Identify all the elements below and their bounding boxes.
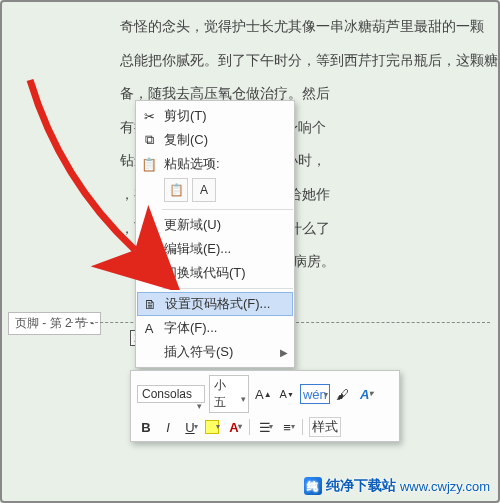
grow-font-button[interactable]: A▲ [253, 384, 274, 404]
watermark: 纯 纯净下载站 www.cwjzy.com [304, 477, 490, 495]
shrink-font-button[interactable]: A▼ [278, 384, 296, 404]
menu-cut[interactable]: ✂ 剪切(T) [136, 104, 294, 128]
watermark-url: www.cwjzy.com [400, 479, 490, 494]
underline-button[interactable]: U [181, 417, 199, 437]
font-size-select[interactable]: 小五 [209, 375, 249, 413]
body-line: 总能把你腻死。到了下午时分，等到西芹打完吊瓶后，这颗糖 [120, 44, 480, 78]
menu-label: 字体(F)... [164, 319, 217, 337]
menu-separator [162, 209, 293, 210]
font-a-icon: A [140, 320, 158, 336]
watermark-logo-icon: 纯 [304, 477, 322, 495]
paste-keep-source-button[interactable]: 📋 [164, 178, 188, 202]
font-color-button[interactable]: A [225, 417, 243, 437]
menu-edit-field[interactable]: 编辑域(E)... [136, 237, 294, 261]
menu-label: 更新域(U) [164, 216, 221, 234]
styles-quick-button[interactable]: A [356, 384, 374, 404]
menu-copy[interactable]: ⧉ 复制(C) [136, 128, 294, 152]
blank-icon [140, 217, 158, 233]
italic-button[interactable]: I [159, 417, 177, 437]
toolbar-divider [302, 419, 303, 435]
menu-toggle-field-codes[interactable]: 切换域代码(T) [136, 261, 294, 285]
menu-page-number-format[interactable]: 🗎 设置页码格式(F)... [137, 292, 293, 316]
menu-label: 切换域代码(T) [164, 264, 246, 282]
menu-label: 复制(C) [164, 131, 208, 149]
blank-icon [140, 344, 158, 360]
menu-label: 插入符号(S) [164, 343, 233, 361]
clipboard-icon: 📋 [169, 183, 184, 197]
menu-font[interactable]: A 字体(F)... [136, 316, 294, 340]
cut-icon: ✂ [140, 108, 158, 124]
menu-separator [162, 288, 293, 289]
font-name-select[interactable]: Consolas [137, 385, 205, 403]
submenu-arrow-icon: ▶ [280, 347, 288, 358]
menu-label: 剪切(T) [164, 107, 207, 125]
watermark-name: 纯净下载站 [326, 477, 396, 495]
phonetic-guide-button[interactable]: wén [300, 384, 330, 404]
menu-label: 设置页码格式(F)... [165, 295, 270, 313]
menu-label: 编辑域(E)... [164, 240, 231, 258]
paintbrush-icon: 🖌 [336, 387, 349, 402]
highlight-swatch-icon [205, 420, 219, 434]
blank-icon [140, 241, 158, 257]
menu-paste-options-header: 📋 粘贴选项: [136, 152, 294, 176]
blank-icon [140, 265, 158, 281]
numbering-button[interactable]: ≡ [278, 417, 296, 437]
numbering-icon: ≡ [283, 420, 291, 435]
menu-insert-symbol[interactable]: 插入符号(S) ▶ [136, 340, 294, 364]
paste-icon: 📋 [140, 156, 158, 172]
menu-label: 粘贴选项: [164, 155, 220, 173]
copy-icon: ⧉ [140, 132, 158, 148]
bullets-icon: ☰ [259, 420, 271, 435]
footer-section-label: 页脚 - 第 2 节 - [8, 312, 101, 335]
text-a-icon: A [200, 183, 208, 197]
toolbar-divider [249, 419, 250, 435]
page-number-icon: 🗎 [141, 296, 159, 312]
highlight-button[interactable] [203, 417, 221, 437]
paste-options-row: 📋 A [136, 176, 294, 206]
bold-button[interactable]: B [137, 417, 155, 437]
mini-toolbar: Consolas 小五 A▲ A▼ wén 🖌 A B I U A ☰ ≡ 样式 [130, 370, 400, 442]
paste-text-only-button[interactable]: A [192, 178, 216, 202]
menu-update-field[interactable]: 更新域(U) [136, 213, 294, 237]
body-line: 奇怪的念头，觉得护士长尤其像一串冰糖葫芦里最甜的一颗 [120, 10, 480, 44]
context-menu: ✂ 剪切(T) ⧉ 复制(C) 📋 粘贴选项: 📋 A 更新域(U) 编辑域(E… [135, 100, 295, 368]
bullets-button[interactable]: ☰ [256, 417, 274, 437]
styles-button[interactable]: 样式 [309, 417, 341, 437]
format-painter-button[interactable]: 🖌 [334, 384, 352, 404]
